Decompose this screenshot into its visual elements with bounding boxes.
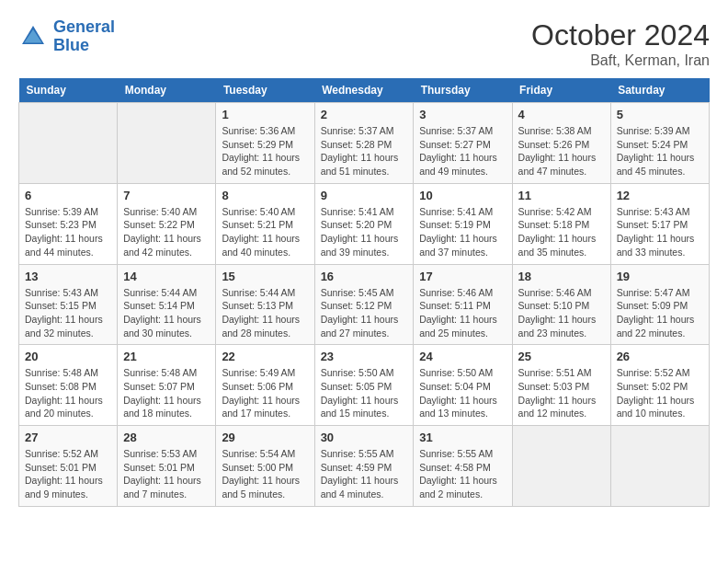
day-cell: 27Sunrise: 5:52 AMSunset: 5:01 PMDayligh… (19, 426, 118, 507)
logo-line1: General (53, 17, 115, 36)
logo-icon (18, 22, 48, 52)
day-info: Sunrise: 5:45 AMSunset: 5:12 PMDaylight:… (321, 286, 408, 340)
col-friday: Friday (512, 78, 610, 103)
day-info: Sunrise: 5:42 AMSunset: 5:18 PMDaylight:… (518, 205, 605, 259)
day-number: 8 (222, 189, 308, 202)
day-info: Sunrise: 5:46 AMSunset: 5:11 PMDaylight:… (419, 286, 506, 340)
day-number: 9 (321, 189, 408, 202)
logo-text: General Blue (53, 18, 115, 55)
day-number: 13 (25, 270, 111, 283)
day-number: 16 (321, 270, 408, 283)
day-info: Sunrise: 5:52 AMSunset: 5:02 PMDaylight:… (617, 366, 703, 420)
page-header: General Blue October 2024 Baft, Kerman, … (18, 18, 710, 69)
day-info: Sunrise: 5:43 AMSunset: 5:17 PMDaylight:… (617, 205, 703, 259)
day-cell: 1Sunrise: 5:36 AMSunset: 5:29 PMDaylight… (216, 103, 314, 184)
day-info: Sunrise: 5:48 AMSunset: 5:07 PMDaylight:… (123, 366, 210, 420)
day-number: 3 (419, 108, 506, 121)
week-row-2: 6Sunrise: 5:39 AMSunset: 5:23 PMDaylight… (19, 183, 710, 264)
day-number: 10 (419, 189, 506, 202)
day-info: Sunrise: 5:46 AMSunset: 5:10 PMDaylight:… (518, 286, 605, 340)
calendar-table: Sunday Monday Tuesday Wednesday Thursday… (18, 78, 710, 507)
day-cell: 5Sunrise: 5:39 AMSunset: 5:24 PMDaylight… (610, 103, 709, 184)
day-cell: 15Sunrise: 5:44 AMSunset: 5:13 PMDayligh… (216, 264, 314, 345)
col-wednesday: Wednesday (314, 78, 414, 103)
day-cell: 24Sunrise: 5:50 AMSunset: 5:04 PMDayligh… (414, 345, 512, 426)
day-info: Sunrise: 5:40 AMSunset: 5:22 PMDaylight:… (123, 205, 210, 259)
day-info: Sunrise: 5:44 AMSunset: 5:13 PMDaylight:… (222, 286, 308, 340)
calendar-header: Sunday Monday Tuesday Wednesday Thursday… (19, 78, 710, 103)
day-number: 24 (419, 350, 506, 363)
day-number: 12 (617, 189, 703, 202)
day-info: Sunrise: 5:50 AMSunset: 5:05 PMDaylight:… (321, 366, 408, 420)
day-cell: 21Sunrise: 5:48 AMSunset: 5:07 PMDayligh… (118, 345, 216, 426)
day-cell: 30Sunrise: 5:55 AMSunset: 4:59 PMDayligh… (314, 426, 414, 507)
day-info: Sunrise: 5:44 AMSunset: 5:14 PMDaylight:… (123, 286, 210, 340)
logo-line2: Blue (53, 36, 89, 54)
day-info: Sunrise: 5:47 AMSunset: 5:09 PMDaylight:… (617, 286, 703, 340)
day-cell: 25Sunrise: 5:51 AMSunset: 5:03 PMDayligh… (512, 345, 610, 426)
day-info: Sunrise: 5:39 AMSunset: 5:24 PMDaylight:… (617, 124, 703, 178)
day-number: 2 (321, 108, 408, 121)
day-info: Sunrise: 5:43 AMSunset: 5:15 PMDaylight:… (25, 286, 111, 340)
day-cell: 16Sunrise: 5:45 AMSunset: 5:12 PMDayligh… (314, 264, 414, 345)
day-info: Sunrise: 5:37 AMSunset: 5:27 PMDaylight:… (419, 124, 506, 178)
logo: General Blue (18, 18, 115, 55)
day-info: Sunrise: 5:41 AMSunset: 5:20 PMDaylight:… (321, 205, 408, 259)
day-info: Sunrise: 5:55 AMSunset: 4:58 PMDaylight:… (419, 447, 506, 501)
day-cell: 9Sunrise: 5:41 AMSunset: 5:20 PMDaylight… (314, 183, 414, 264)
week-row-5: 27Sunrise: 5:52 AMSunset: 5:01 PMDayligh… (19, 426, 710, 507)
day-cell: 4Sunrise: 5:38 AMSunset: 5:26 PMDaylight… (512, 103, 610, 184)
day-info: Sunrise: 5:39 AMSunset: 5:23 PMDaylight:… (25, 205, 111, 259)
day-number: 6 (25, 189, 111, 202)
day-info: Sunrise: 5:49 AMSunset: 5:06 PMDaylight:… (222, 366, 308, 420)
col-thursday: Thursday (414, 78, 512, 103)
day-cell: 20Sunrise: 5:48 AMSunset: 5:08 PMDayligh… (19, 345, 118, 426)
day-number: 30 (321, 431, 408, 444)
day-cell: 31Sunrise: 5:55 AMSunset: 4:58 PMDayligh… (414, 426, 512, 507)
day-info: Sunrise: 5:40 AMSunset: 5:21 PMDaylight:… (222, 205, 308, 259)
day-info: Sunrise: 5:52 AMSunset: 5:01 PMDaylight:… (25, 447, 111, 501)
day-cell: 2Sunrise: 5:37 AMSunset: 5:28 PMDaylight… (314, 103, 414, 184)
day-cell (610, 426, 709, 507)
day-number: 15 (222, 270, 308, 283)
col-tuesday: Tuesday (216, 78, 314, 103)
day-info: Sunrise: 5:36 AMSunset: 5:29 PMDaylight:… (222, 124, 308, 178)
week-row-3: 13Sunrise: 5:43 AMSunset: 5:15 PMDayligh… (19, 264, 710, 345)
day-info: Sunrise: 5:53 AMSunset: 5:01 PMDaylight:… (123, 447, 210, 501)
day-number: 17 (419, 270, 506, 283)
day-info: Sunrise: 5:37 AMSunset: 5:28 PMDaylight:… (321, 124, 408, 178)
day-cell: 29Sunrise: 5:54 AMSunset: 5:00 PMDayligh… (216, 426, 314, 507)
day-cell: 18Sunrise: 5:46 AMSunset: 5:10 PMDayligh… (512, 264, 610, 345)
day-cell (19, 103, 118, 184)
day-cell (118, 103, 216, 184)
col-monday: Monday (118, 78, 216, 103)
col-saturday: Saturday (610, 78, 709, 103)
day-number: 26 (617, 350, 703, 363)
day-cell (512, 426, 610, 507)
day-cell: 12Sunrise: 5:43 AMSunset: 5:17 PMDayligh… (610, 183, 709, 264)
location-subtitle: Baft, Kerman, Iran (531, 52, 710, 69)
day-number: 28 (123, 431, 210, 444)
day-info: Sunrise: 5:48 AMSunset: 5:08 PMDaylight:… (25, 366, 111, 420)
day-info: Sunrise: 5:38 AMSunset: 5:26 PMDaylight:… (518, 124, 605, 178)
day-number: 14 (123, 270, 210, 283)
col-sunday: Sunday (19, 78, 118, 103)
day-number: 29 (222, 431, 308, 444)
week-row-4: 20Sunrise: 5:48 AMSunset: 5:08 PMDayligh… (19, 345, 710, 426)
day-cell: 26Sunrise: 5:52 AMSunset: 5:02 PMDayligh… (610, 345, 709, 426)
day-number: 18 (518, 270, 605, 283)
day-info: Sunrise: 5:51 AMSunset: 5:03 PMDaylight:… (518, 366, 605, 420)
day-number: 19 (617, 270, 703, 283)
day-cell: 7Sunrise: 5:40 AMSunset: 5:22 PMDaylight… (118, 183, 216, 264)
day-number: 21 (123, 350, 210, 363)
day-number: 7 (123, 189, 210, 202)
day-cell: 11Sunrise: 5:42 AMSunset: 5:18 PMDayligh… (512, 183, 610, 264)
day-cell: 10Sunrise: 5:41 AMSunset: 5:19 PMDayligh… (414, 183, 512, 264)
day-cell: 3Sunrise: 5:37 AMSunset: 5:27 PMDaylight… (414, 103, 512, 184)
day-number: 20 (25, 350, 111, 363)
day-number: 11 (518, 189, 605, 202)
day-number: 25 (518, 350, 605, 363)
day-info: Sunrise: 5:54 AMSunset: 5:00 PMDaylight:… (222, 447, 308, 501)
week-row-1: 1Sunrise: 5:36 AMSunset: 5:29 PMDaylight… (19, 103, 710, 184)
day-cell: 14Sunrise: 5:44 AMSunset: 5:14 PMDayligh… (118, 264, 216, 345)
